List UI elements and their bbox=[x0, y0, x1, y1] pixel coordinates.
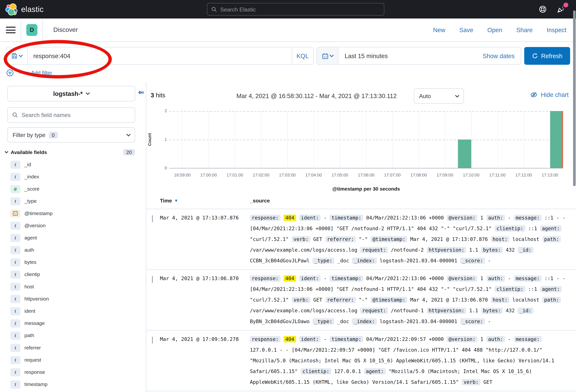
date-type-icon bbox=[10, 209, 20, 217]
chevron-down-icon bbox=[126, 132, 131, 136]
table-row: Mar 4, 2021 @ 17:13:06.870response: 404 … bbox=[146, 270, 576, 331]
field-item-message[interactable]: tmessage bbox=[0, 317, 146, 329]
field-item-_type[interactable]: t_type bbox=[0, 195, 146, 207]
expand-row-button[interactable] bbox=[146, 273, 160, 327]
field-item-request[interactable]: trequest bbox=[0, 354, 146, 366]
query-input[interactable]: response:404 bbox=[28, 47, 292, 64]
menu-button[interactable] bbox=[6, 27, 16, 33]
filter-by-type-select[interactable]: Filter by type 0 bbox=[7, 127, 135, 142]
query-input-group: response:404 KQL bbox=[6, 47, 314, 65]
field-key-pill: ident: bbox=[299, 215, 321, 221]
field-key-pill: auth: bbox=[486, 275, 505, 281]
expand-row-button[interactable] bbox=[146, 212, 160, 266]
elastic-logo[interactable]: elastic bbox=[5, 3, 44, 16]
field-list: t_idt_index#_scoret_type@timestampt@vers… bbox=[0, 158, 146, 390]
available-fields-header[interactable]: Available fields 20 bbox=[5, 149, 135, 155]
field-key-pill: referrer: bbox=[325, 297, 356, 303]
global-search-input[interactable]: Search Elastic bbox=[207, 3, 384, 16]
nav-action-open[interactable]: Open bbox=[487, 27, 502, 33]
x-tick-label: 17:09:00 bbox=[437, 173, 453, 177]
string-type-icon: t bbox=[10, 368, 20, 376]
page-scrollbar[interactable] bbox=[573, 0, 576, 392]
field-key-pill: @version: bbox=[447, 336, 477, 342]
row-source: response: 404 ident: - timestamp: 04/Mar… bbox=[250, 212, 576, 266]
histogram-bar-17:13:00[interactable] bbox=[550, 111, 563, 168]
x-tick-label: 17:13:00 bbox=[542, 173, 558, 177]
x-tick-label: 17:11:00 bbox=[489, 173, 506, 177]
show-dates-button[interactable]: Show dates bbox=[476, 47, 521, 64]
saved-query-menu-button[interactable] bbox=[6, 47, 28, 64]
field-name: clientip bbox=[24, 272, 40, 277]
filter-menu-icon[interactable] bbox=[6, 69, 14, 77]
nav-action-new[interactable]: New bbox=[433, 27, 445, 33]
scrollbar-thumb[interactable] bbox=[573, 10, 576, 186]
field-key-pill: response: bbox=[250, 215, 280, 221]
expand-row-button[interactable] bbox=[146, 334, 160, 388]
field-key-pill: _type: bbox=[313, 257, 334, 264]
refresh-label: Refresh bbox=[541, 53, 562, 59]
field-item-_score[interactable]: #_score bbox=[0, 183, 146, 195]
field-search-input[interactable]: Search field names bbox=[7, 107, 135, 123]
number-type-icon: # bbox=[10, 185, 20, 193]
nav-actions: NewSaveOpenShareInspect bbox=[433, 27, 570, 33]
news-button[interactable] bbox=[557, 5, 565, 13]
space-avatar[interactable]: D bbox=[26, 24, 37, 36]
field-item-referrer[interactable]: treferrer bbox=[0, 342, 146, 354]
x-tick-label: 17:04:00 bbox=[305, 173, 322, 177]
field-item-timestamp[interactable]: ttimestamp bbox=[0, 378, 146, 390]
hits-count: 3 hits bbox=[151, 92, 165, 99]
hide-chart-button[interactable]: Hide chart bbox=[530, 91, 569, 98]
field-name: _score bbox=[24, 186, 39, 192]
field-item-response[interactable]: tresponse bbox=[0, 366, 146, 378]
x-tick-label: 16:59:00 bbox=[174, 173, 191, 177]
histogram-bar-17:09:30[interactable] bbox=[458, 140, 471, 168]
nav-action-inspect[interactable]: Inspect bbox=[547, 27, 566, 33]
field-name: response bbox=[24, 369, 45, 375]
page-body: logstash-* ⇐ Search field names Filter b… bbox=[0, 82, 576, 392]
collapse-sidebar-icon[interactable]: ⇐ bbox=[138, 88, 144, 97]
date-picker-menu-button[interactable] bbox=[317, 47, 338, 64]
string-type-icon: t bbox=[10, 295, 20, 303]
string-type-icon: t bbox=[10, 331, 20, 339]
add-filter-button[interactable]: + Add filter bbox=[27, 70, 52, 76]
help-button[interactable] bbox=[539, 5, 547, 13]
field-name: auth bbox=[24, 247, 34, 253]
field-item-clientip[interactable]: tclientip bbox=[0, 268, 146, 280]
time-range-value[interactable]: Last 15 minutes bbox=[338, 47, 388, 64]
query-language-button[interactable]: KQL bbox=[292, 47, 313, 64]
field-name: path bbox=[24, 333, 34, 338]
calendar-icon bbox=[322, 53, 328, 59]
interval-select[interactable]: Auto bbox=[414, 88, 464, 104]
field-key-pill: clientip: bbox=[301, 368, 331, 374]
string-type-icon: t bbox=[10, 234, 20, 242]
saved-query-icon bbox=[11, 53, 17, 59]
field-item-agent[interactable]: tagent bbox=[0, 232, 146, 244]
field-item-_index[interactable]: t_index bbox=[0, 170, 146, 183]
field-item-httpversion[interactable]: thttpversion bbox=[0, 293, 146, 305]
hits-label: hits bbox=[156, 92, 165, 98]
field-item-path[interactable]: tpath bbox=[0, 329, 146, 341]
field-key-pill: bytes: bbox=[481, 247, 503, 253]
field-item-@version[interactable]: t@version bbox=[0, 220, 146, 232]
index-pattern-select[interactable]: logstash-* bbox=[7, 86, 135, 101]
field-item-host[interactable]: thost bbox=[0, 280, 146, 293]
field-item-ident[interactable]: tident bbox=[0, 305, 146, 317]
nav-action-save[interactable]: Save bbox=[460, 27, 473, 33]
histogram-chart bbox=[169, 111, 563, 168]
nav-action-share[interactable]: Share bbox=[516, 27, 533, 33]
row-time: Mar 4, 2021 @ 17:13:06.870 bbox=[160, 273, 250, 327]
help-icon bbox=[539, 5, 547, 13]
field-item-auth[interactable]: tauth bbox=[0, 244, 146, 256]
field-key-pill: _score: bbox=[460, 318, 485, 325]
chart-gridline bbox=[169, 140, 563, 140]
table-row: Mar 4, 2021 @ 17:09:58.278response: 404 … bbox=[146, 331, 576, 391]
column-header-time[interactable]: Time ▼ bbox=[160, 198, 250, 209]
refresh-button[interactable]: Refresh bbox=[524, 47, 570, 65]
field-item-@timestamp[interactable]: @timestamp bbox=[0, 207, 146, 220]
field-item-_id[interactable]: t_id bbox=[0, 158, 146, 170]
chevron-down-icon bbox=[329, 53, 334, 57]
field-item-bytes[interactable]: tbytes bbox=[0, 256, 146, 268]
string-type-icon: t bbox=[10, 307, 20, 315]
x-tick-label: 17:02:00 bbox=[253, 173, 269, 177]
filter-by-type-label: Filter by type bbox=[13, 132, 46, 138]
